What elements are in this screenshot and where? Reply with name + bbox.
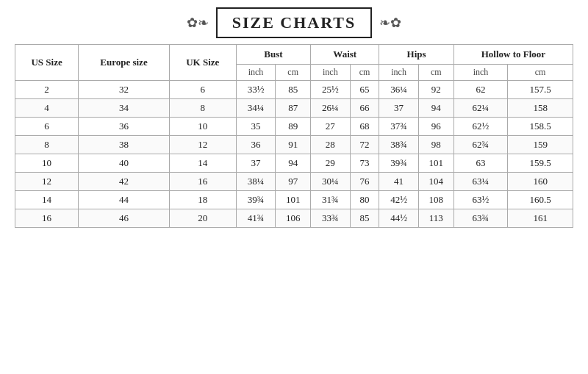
table-cell: 12 <box>169 136 236 154</box>
table-cell: 37 <box>236 154 275 173</box>
table-cell: 10 <box>15 154 79 173</box>
table-cell: 10 <box>169 118 236 136</box>
table-cell: 104 <box>418 173 453 191</box>
size-chart-table: US Size Europe size UK Size Bust Waist H… <box>15 44 573 228</box>
table-cell: 80 <box>350 191 379 209</box>
table-cell: 160 <box>508 173 573 191</box>
col-htf-cm: cm <box>508 65 573 81</box>
table-cell: 101 <box>276 191 311 209</box>
table-cell: 41¾ <box>236 209 275 228</box>
table-cell: 91 <box>276 136 311 154</box>
page-title: SIZE CHARTS <box>216 7 373 38</box>
col-hips: Hips <box>379 45 453 65</box>
table-cell: 63¼ <box>453 173 508 191</box>
table-row: 14441839¾10131¾8042½10863½160.5 <box>15 191 573 209</box>
table-cell: 42½ <box>379 191 418 209</box>
table-cell: 94 <box>418 99 453 118</box>
table-cell: 46 <box>79 209 170 228</box>
table-cell: 68 <box>350 118 379 136</box>
col-hips-cm: cm <box>418 65 453 81</box>
table-cell: 38 <box>79 136 170 154</box>
table-cell: 36 <box>236 136 275 154</box>
col-hollow-to-floor: Hollow to Floor <box>453 45 573 65</box>
page: ✿❧ SIZE CHARTS ❧✿ US Size Europe size UK… <box>0 0 588 374</box>
table-cell: 33¾ <box>311 209 350 228</box>
table-body: 232633½8525½6536¼9262157.5434834¼8726¼66… <box>15 81 573 228</box>
table-cell: 16 <box>169 173 236 191</box>
table-cell: 14 <box>169 154 236 173</box>
table-cell: 34¼ <box>236 99 275 118</box>
col-waist-inch: inch <box>311 65 350 81</box>
table-cell: 101 <box>418 154 453 173</box>
table-cell: 41 <box>379 173 418 191</box>
table-cell: 30¼ <box>311 173 350 191</box>
table-cell: 6 <box>169 81 236 99</box>
table-cell: 31¾ <box>311 191 350 209</box>
table-cell: 73 <box>350 154 379 173</box>
col-bust-inch: inch <box>236 65 275 81</box>
table-cell: 38¾ <box>379 136 418 154</box>
table-cell: 85 <box>276 81 311 99</box>
table-cell: 98 <box>418 136 453 154</box>
table-cell: 62½ <box>453 118 508 136</box>
col-uk-size: UK Size <box>169 45 236 81</box>
table-cell: 63½ <box>453 191 508 209</box>
table-cell: 85 <box>350 209 379 228</box>
table-cell: 38¼ <box>236 173 275 191</box>
col-waist-cm: cm <box>350 65 379 81</box>
table-cell: 158 <box>508 99 573 118</box>
table-cell: 158.5 <box>508 118 573 136</box>
table-cell: 33½ <box>236 81 275 99</box>
table-header-row1: US Size Europe size UK Size Bust Waist H… <box>15 45 573 65</box>
table-cell: 63¾ <box>453 209 508 228</box>
table-row: 434834¼8726¼66379462¼158 <box>15 99 573 118</box>
col-europe-size: Europe size <box>79 45 170 81</box>
table-row: 636103589276837¾9662½158.5 <box>15 118 573 136</box>
table-cell: 27 <box>311 118 350 136</box>
col-bust-cm: cm <box>276 65 311 81</box>
table-cell: 94 <box>276 154 311 173</box>
col-hips-inch: inch <box>379 65 418 81</box>
table-cell: 113 <box>418 209 453 228</box>
table-cell: 28 <box>311 136 350 154</box>
table-cell: 25½ <box>311 81 350 99</box>
table-cell: 32 <box>79 81 170 99</box>
table-cell: 89 <box>276 118 311 136</box>
table-cell: 34 <box>79 99 170 118</box>
table-cell: 62 <box>453 81 508 99</box>
table-cell: 63 <box>453 154 508 173</box>
table-cell: 2 <box>15 81 79 99</box>
table-cell: 62¼ <box>453 99 508 118</box>
col-htf-inch: inch <box>453 65 508 81</box>
table-cell: 14 <box>15 191 79 209</box>
table-cell: 87 <box>276 99 311 118</box>
right-decoration: ❧✿ <box>379 15 401 31</box>
table-cell: 72 <box>350 136 379 154</box>
table-cell: 8 <box>15 136 79 154</box>
col-bust: Bust <box>236 45 310 65</box>
table-row: 12421638¼9730¼764110463¼160 <box>15 173 573 191</box>
table-cell: 4 <box>15 99 79 118</box>
table-row: 232633½8525½6536¼9262157.5 <box>15 81 573 99</box>
col-us-size: US Size <box>15 45 79 81</box>
table-cell: 36¼ <box>379 81 418 99</box>
table-cell: 159 <box>508 136 573 154</box>
table-cell: 92 <box>418 81 453 99</box>
table-cell: 26¼ <box>311 99 350 118</box>
table-cell: 62¾ <box>453 136 508 154</box>
table-cell: 44½ <box>379 209 418 228</box>
table-cell: 106 <box>276 209 311 228</box>
table-row: 838123691287238¾9862¾159 <box>15 136 573 154</box>
page-header: ✿❧ SIZE CHARTS ❧✿ <box>15 7 573 38</box>
table-cell: 37¾ <box>379 118 418 136</box>
table-cell: 12 <box>15 173 79 191</box>
table-cell: 65 <box>350 81 379 99</box>
table-cell: 108 <box>418 191 453 209</box>
table-cell: 39¾ <box>379 154 418 173</box>
table-cell: 66 <box>350 99 379 118</box>
table-cell: 6 <box>15 118 79 136</box>
table-cell: 16 <box>15 209 79 228</box>
table-cell: 36 <box>79 118 170 136</box>
table-cell: 37 <box>379 99 418 118</box>
table-cell: 8 <box>169 99 236 118</box>
